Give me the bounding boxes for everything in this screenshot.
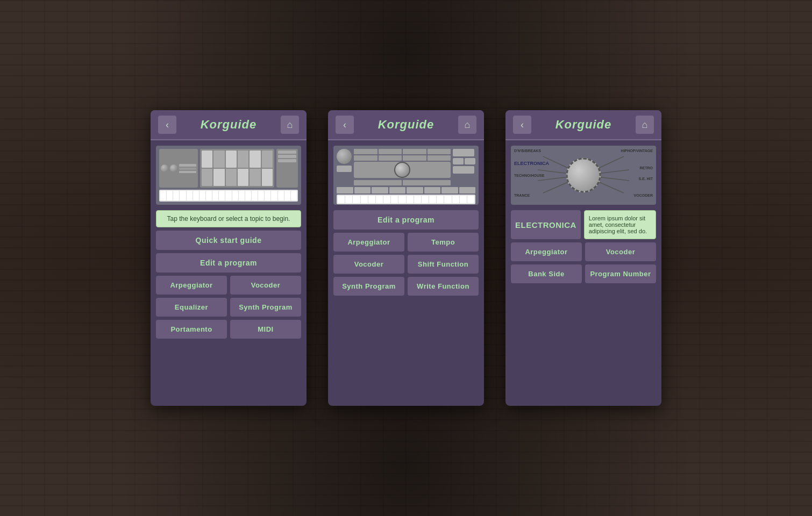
knob-1 [161,164,168,172]
content-2: Edit a program Arpeggiator Tempo Vocoder… [328,210,484,406]
big-knob-p2 [394,162,410,178]
header-3: ‹ Korguide ⌂ [505,110,661,140]
synth-image-2[interactable] [333,146,479,205]
app-title-1: Korguide [201,118,257,132]
btn-row-8: Bank Side Program Number [511,264,656,283]
genre-display-row: ELECTRONICA Lorem ipsum dolor sit amet, … [511,210,656,239]
vocoder-btn-3[interactable]: Vocoder [585,242,656,261]
app-title-3: Korguide [555,118,612,132]
arpeggiator-btn-1[interactable]: Arpeggiator [156,276,227,295]
rect-lg2-p2 [453,166,474,174]
rect-lg-p2 [453,149,474,156]
app-title-2: Korguide [378,118,435,132]
quick-start-btn[interactable]: Quick start guide [156,231,301,250]
phone-frame-3: ‹ Korguide ⌂ D'N'B/BREAKS HIPHOP/VINTAGE… [505,110,661,406]
circle-knob-p2 [337,149,352,164]
home-button-2[interactable]: ⌂ [458,116,476,134]
bank-side-btn[interactable]: Bank Side [511,264,582,283]
btn-row-1: Arpeggiator Vocoder [156,276,301,295]
btn-row-5: Vocoder Shift Function [333,255,479,274]
shift-function-btn[interactable]: Shift Function [408,255,479,274]
program-number-btn[interactable]: Program Number [585,264,656,283]
phone-frame-1: ‹ Korguide ⌂ [151,110,307,406]
edit-program-btn-1[interactable]: Edit a program [156,253,301,273]
arpeggiator-btn-2[interactable]: Arpeggiator [333,233,404,252]
header-1: ‹ Korguide ⌂ [151,110,307,140]
synth-image-3[interactable]: D'N'B/BREAKS HIPHOP/VINTAGE ELECTRONICA … [511,146,656,205]
genre-knob[interactable] [566,158,601,193]
rect-p2 [337,166,352,172]
synth-bottom-p2 [337,187,475,204]
equalizer-btn[interactable]: Equalizer [156,298,227,317]
vocoder-btn-2[interactable]: Vocoder [333,255,404,274]
midi-btn[interactable]: MIDI [230,320,301,339]
knob-2 [170,164,177,172]
btn-row-4: Arpeggiator Tempo [333,233,479,252]
synth-center-p2 [354,149,451,185]
synth-keys-p2[interactable] [337,195,475,204]
back-button-3[interactable]: ‹ [513,116,531,134]
synth-left-p2 [337,149,352,185]
synth-right-p2 [453,149,475,185]
content-3: ELECTRONICA Lorem ipsum dolor sit amet, … [505,210,661,406]
synth-pads-p1 [200,149,274,188]
synth-controls-p1 [159,149,198,188]
genre-name-display: ELECTRONICA [511,210,581,239]
header-2: ‹ Korguide ⌂ [328,110,484,140]
arpeggiator-btn-3[interactable]: Arpeggiator [511,242,582,261]
back-button-2[interactable]: ‹ [336,116,354,134]
rect-sm2-a [453,158,464,164]
write-function-btn[interactable]: Write Function [408,277,479,296]
home-button-1[interactable]: ⌂ [281,116,299,134]
rect-sm2-b [465,158,475,164]
genre-desc-display: Lorem ipsum dolor sit amet, consectetur … [584,210,656,239]
btn-row-3: Portamento MIDI [156,320,301,339]
vocoder-btn-1[interactable]: Vocoder [230,276,301,295]
synth-image-1[interactable] [156,146,301,205]
phone-frame-2: ‹ Korguide ⌂ [328,110,484,406]
synth-extra-p1 [276,149,298,188]
btn-row-7: Arpeggiator Vocoder [511,242,656,261]
content-1: Tap the keyboard or select a topic to be… [151,210,307,406]
btn-row-2: Equalizer Synth Program [156,298,301,317]
edit-program-btn-2[interactable]: Edit a program [333,210,479,230]
synth-program-btn-1[interactable]: Synth Program [230,298,301,317]
synth-program-btn-2[interactable]: Synth Program [333,277,404,296]
home-button-3[interactable]: ⌂ [636,116,654,134]
tempo-btn[interactable]: Tempo [408,233,479,252]
back-button-1[interactable]: ‹ [158,116,176,134]
btn-row-6: Synth Program Write Function [333,277,479,296]
info-box-1: Tap the keyboard or select a topic to be… [156,210,301,227]
synth-keys-p1[interactable] [159,190,298,202]
portamento-btn[interactable]: Portamento [156,320,227,339]
